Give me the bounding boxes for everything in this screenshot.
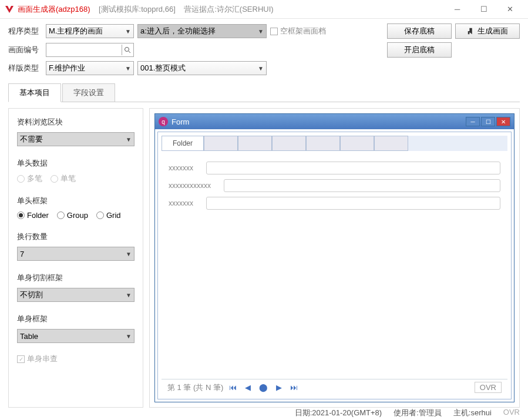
form-body: Folder xxxxxxx xxxxxxxxxxxx xxxxxxx [157,132,512,399]
form-field2-label: xxxxxxxxxxxx [169,182,219,190]
status-host: 主机:serhui [453,408,492,418]
folder-tab-1[interactable]: Folder [162,136,204,151]
folder-tabs: Folder [162,136,507,151]
status-ovr: OVR [503,408,520,418]
browse-block-combo[interactable]: 不需要▼ [17,132,134,146]
body-frame-combo[interactable]: Table▼ [17,329,134,343]
save-draft-button[interactable]: 保存底稿 [387,23,452,39]
radio-folder[interactable]: Folder [17,211,49,220]
window-title: 画面生成器(adzp168) [测试模拟库:topprd,66] 营运据点:诗尔… [18,4,274,15]
chevron-down-icon: ▼ [126,136,132,143]
folder-tab-6[interactable] [340,136,374,151]
folder-tab-5[interactable] [306,136,340,151]
mode-combo[interactable]: 001.整页模式▼ [137,61,267,75]
header-frame-label: 单头框架 [17,196,134,206]
status-user: 使用者:管理員 [394,408,442,418]
left-panel: 资料浏览区块 不需要▼ 单头数据 多笔 单笔 单头框架 Folder Group… [8,108,143,408]
radio-multi: 多笔 [17,173,42,184]
body-frame-label: 单身框架 [17,314,134,324]
form-field1-input[interactable] [206,162,500,174]
template-type-label: 样版类型 [8,63,42,73]
radio-grid[interactable]: Grid [96,211,121,220]
form-field2-input[interactable] [224,179,500,192]
window-titlebar: 画面生成器(adzp168) [测试模拟库:topprd,66] 营运据点:诗尔… [0,0,528,19]
app-logo-icon [5,5,14,14]
folder-tab-4[interactable] [272,136,306,151]
chevron-down-icon: ▼ [125,65,131,72]
current-record-icon[interactable]: ⬤ [259,383,268,392]
minimize-button[interactable]: ─ [444,1,470,18]
run-icon [467,27,475,35]
form-field3-input[interactable] [206,197,500,210]
chevron-down-icon: ▼ [258,28,264,35]
radio-single: 单笔 [51,173,76,184]
open-draft-button[interactable]: 开启底稿 [387,42,452,58]
template-type-combo[interactable]: F.维护作业▼ [46,61,134,75]
form-minimize-button[interactable]: ─ [466,117,480,126]
next-record-icon[interactable]: ▶ [276,383,282,392]
chevron-down-icon: ▼ [126,333,132,340]
preview-panel: q Form ─ ☐ ✕ Folder [149,108,520,408]
radio-group[interactable]: Group [57,211,88,220]
tab-fields[interactable]: 字段设置 [62,83,115,102]
folder-tab-7[interactable] [374,136,408,151]
form-app-icon: q [159,117,168,126]
prev-record-icon[interactable]: ◀ [245,383,251,392]
program-type-combo[interactable]: M.主程序的画面▼ [46,24,134,38]
status-date: 日期:2021-01-20(GMT+8) [295,408,382,418]
screen-no-input[interactable] [46,43,134,57]
chevron-down-icon: ▼ [258,65,264,72]
chevron-down-icon: ▼ [125,28,131,35]
chevron-down-icon: ▼ [126,292,132,298]
generate-button[interactable]: 生成画面 [455,23,520,39]
program-type-label: 程序类型 [8,26,42,36]
maximize-button[interactable]: ☐ [470,1,497,18]
header-data-label: 单头数据 [17,158,134,169]
status-bar: 日期:2021-01-20(GMT+8) 使用者:管理員 主机:serhui O… [295,408,520,418]
svg-point-0 [125,48,129,52]
form-preview-window: q Form ─ ☐ ✕ Folder [154,113,514,402]
form-maximize-button[interactable]: ☐ [481,117,495,126]
ovr-indicator: OVR [475,382,502,393]
body-split-label: 单身切割框架 [17,273,134,283]
form-field3-label: xxxxxxx [169,199,201,207]
first-record-icon[interactable]: ⏮ [229,383,237,392]
body-split-combo[interactable]: 不切割▼ [17,288,134,302]
form-close-button[interactable]: ✕ [496,117,510,126]
main-content: 资料浏览区块 不需要▼ 单头数据 多笔 单笔 单头框架 Folder Group… [0,102,528,414]
main-tabs: 基本项目 字段设置 [8,83,520,102]
search-icon[interactable] [122,45,132,55]
wrap-count-combo[interactable]: 7▼ [17,247,134,261]
screen-no-label: 画面编号 [8,45,42,55]
close-button[interactable]: ✕ [497,1,523,18]
last-record-icon[interactable]: ⏭ [290,383,298,392]
form-title-text: Form [171,117,189,126]
form-titlebar: q Form ─ ☐ ✕ [155,114,514,129]
action-combo[interactable]: a:进入后，全功能选择▼ [137,24,267,38]
folder-tab-2[interactable] [204,136,238,151]
toolbar: 程序类型 M.主程序的画面▼ a:进入后，全功能选择▼ 空框架画面档 保存底稿 … [0,19,528,81]
wrap-count-label: 换行数量 [17,231,134,242]
folder-tab-3[interactable] [238,136,272,151]
body-chain-checkbox: ✓单身串查 [17,354,134,364]
svg-line-1 [129,51,130,53]
form-field1-label: xxxxxxx [169,164,201,172]
chevron-down-icon: ▼ [126,251,132,257]
tab-basic[interactable]: 基本项目 [8,83,61,102]
form-footer: 第 1 筆 (共 N 筆) ⏮ ◀ ⬤ ▶ ⏭ OVR [162,379,507,395]
browse-block-label: 资料浏览区块 [17,117,134,127]
empty-frame-checkbox[interactable]: 空框架画面档 [270,26,326,36]
pager-text: 第 1 筆 (共 N 筆) [167,382,223,393]
